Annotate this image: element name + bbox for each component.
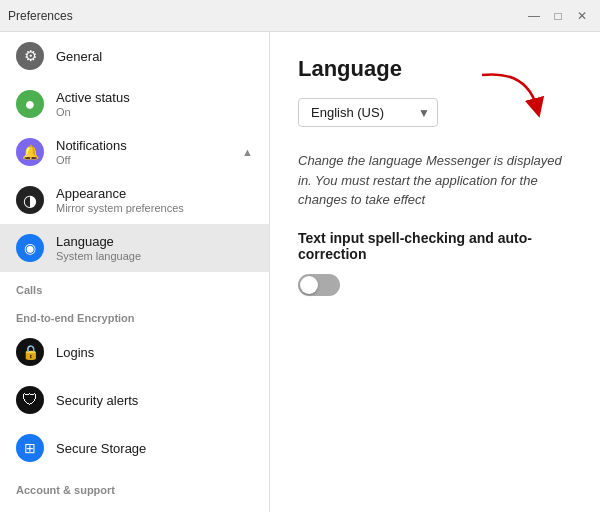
app-body: ⚙ General ● Active status On 🔔 Notificat…: [0, 32, 600, 512]
title-bar: Preferences — □ ✕: [0, 0, 600, 32]
language-description: Change the language Messenger is display…: [298, 151, 572, 210]
notifications-arrow: ▲: [242, 146, 253, 158]
page-title: Language: [298, 56, 572, 82]
secure-storage-label: Secure Storage: [56, 441, 253, 456]
active-status-sublabel: On: [56, 106, 253, 118]
sidebar-item-language[interactable]: ◉ Language System language: [0, 224, 269, 272]
appearance-sublabel: Mirror system preferences: [56, 202, 253, 214]
language-dropdown-wrapper[interactable]: English (US) French German Spanish ▼: [298, 98, 438, 127]
spell-check-label: Text input spell-checking and auto-corre…: [298, 230, 572, 262]
sidebar-item-secure-storage[interactable]: ⊞ Secure Storage: [0, 424, 269, 472]
sidebar-item-active-status[interactable]: ● Active status On: [0, 80, 269, 128]
calls-section: Calls: [0, 272, 269, 300]
active-status-label: Active status: [56, 90, 253, 105]
spell-check-toggle[interactable]: [298, 274, 340, 296]
sidebar-item-appearance[interactable]: ◑ Appearance Mirror system preferences: [0, 176, 269, 224]
spell-check-toggle-container: [298, 274, 572, 296]
active-status-icon: ●: [16, 90, 44, 118]
sidebar-item-general[interactable]: ⚙ General: [0, 32, 269, 80]
notifications-label: Notifications: [56, 138, 230, 153]
general-icon: ⚙: [16, 42, 44, 70]
general-label: General: [56, 49, 253, 64]
sidebar: ⚙ General ● Active status On 🔔 Notificat…: [0, 32, 270, 512]
language-select-wrapper: English (US) French German Spanish ▼: [298, 98, 572, 143]
close-button[interactable]: ✕: [572, 6, 592, 26]
notifications-sublabel: Off: [56, 154, 230, 166]
toggle-knob: [300, 276, 318, 294]
appearance-icon: ◑: [16, 186, 44, 214]
logins-label: Logins: [56, 345, 253, 360]
sidebar-item-notifications[interactable]: 🔔 Notifications Off ▲: [0, 128, 269, 176]
window-controls: — □ ✕: [524, 6, 592, 26]
security-alerts-label: Security alerts: [56, 393, 253, 408]
window-title: Preferences: [8, 9, 73, 23]
minimize-button[interactable]: —: [524, 6, 544, 26]
secure-storage-icon: ⊞: [16, 434, 44, 462]
security-alerts-icon: 🛡: [16, 386, 44, 414]
language-label: Language: [56, 234, 253, 249]
e2e-encryption-section: End-to-end Encryption: [0, 300, 269, 328]
logins-icon: 🔒: [16, 338, 44, 366]
language-sublabel: System language: [56, 250, 253, 262]
appearance-label: Appearance: [56, 186, 253, 201]
language-icon: ◉: [16, 234, 44, 262]
main-content: Language English (US) French German Span…: [270, 32, 600, 512]
maximize-button[interactable]: □: [548, 6, 568, 26]
language-select[interactable]: English (US) French German Spanish: [298, 98, 438, 127]
sidebar-item-security-alerts[interactable]: 🛡 Security alerts: [0, 376, 269, 424]
sidebar-item-logins[interactable]: 🔒 Logins: [0, 328, 269, 376]
notifications-icon: 🔔: [16, 138, 44, 166]
account-support-section: Account & support: [0, 472, 269, 500]
